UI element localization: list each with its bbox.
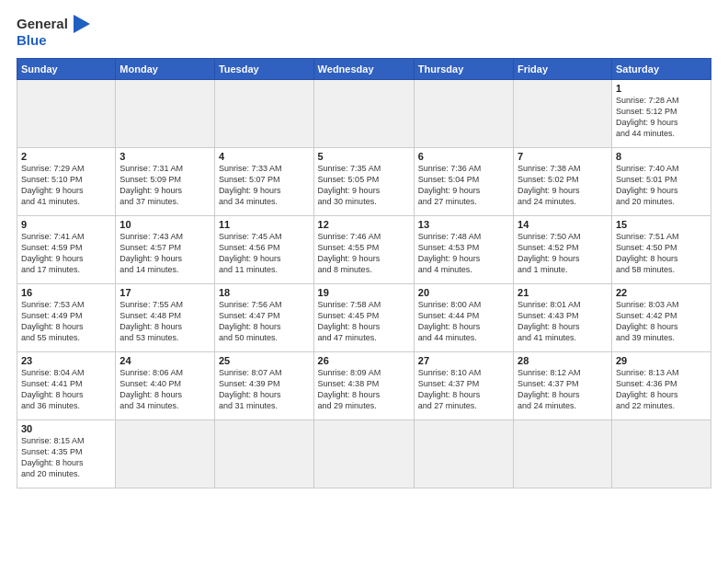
calendar-cell: 22Sunrise: 8:03 AMSunset: 4:42 PMDayligh…	[611, 283, 711, 351]
calendar-cell: 19Sunrise: 7:58 AMSunset: 4:45 PMDayligh…	[313, 283, 414, 351]
day-number: 3	[119, 151, 210, 162]
calendar-cell	[313, 419, 414, 488]
calendar-cell: 21Sunrise: 8:01 AMSunset: 4:43 PMDayligh…	[514, 283, 612, 351]
day-info: Sunrise: 8:15 AMSunset: 4:35 PMDaylight:…	[21, 435, 111, 480]
weekday-tuesday: Tuesday	[214, 58, 313, 79]
day-info: Sunrise: 8:04 AMSunset: 4:41 PMDaylight:…	[21, 367, 111, 412]
calendar-week-5: 23Sunrise: 8:04 AMSunset: 4:41 PMDayligh…	[17, 351, 711, 419]
header: General Blue	[17, 15, 711, 49]
day-info: Sunrise: 7:35 AMSunset: 5:05 PMDaylight:…	[318, 163, 410, 208]
day-number: 8	[616, 151, 707, 162]
day-number: 16	[21, 287, 111, 298]
day-info: Sunrise: 8:00 AMSunset: 4:44 PMDaylight:…	[418, 299, 509, 344]
day-info: Sunrise: 7:53 AMSunset: 4:49 PMDaylight:…	[21, 299, 111, 344]
logo-blue-text: Blue	[17, 33, 47, 49]
day-number: 15	[616, 219, 707, 230]
day-number: 2	[21, 151, 111, 162]
calendar-cell: 20Sunrise: 8:00 AMSunset: 4:44 PMDayligh…	[414, 283, 513, 351]
calendar-cell: 2Sunrise: 7:29 AMSunset: 5:10 PMDaylight…	[17, 147, 116, 215]
calendar-cell: 17Sunrise: 7:55 AMSunset: 4:48 PMDayligh…	[116, 283, 215, 351]
weekday-wednesday: Wednesday	[313, 58, 414, 79]
calendar-cell: 12Sunrise: 7:46 AMSunset: 4:55 PMDayligh…	[313, 215, 414, 283]
calendar-cell: 29Sunrise: 8:13 AMSunset: 4:36 PMDayligh…	[611, 351, 711, 419]
day-number: 27	[418, 355, 509, 366]
weekday-saturday: Saturday	[611, 58, 711, 79]
calendar-cell: 11Sunrise: 7:45 AMSunset: 4:56 PMDayligh…	[214, 215, 313, 283]
day-number: 25	[219, 355, 310, 366]
day-number: 21	[518, 287, 608, 298]
day-number: 19	[318, 287, 410, 298]
day-number: 20	[418, 287, 509, 298]
day-info: Sunrise: 7:56 AMSunset: 4:47 PMDaylight:…	[219, 299, 310, 344]
calendar-cell: 30Sunrise: 8:15 AMSunset: 4:35 PMDayligh…	[17, 419, 116, 488]
day-info: Sunrise: 8:12 AMSunset: 4:37 PMDaylight:…	[518, 367, 608, 412]
day-info: Sunrise: 7:38 AMSunset: 5:02 PMDaylight:…	[518, 163, 608, 208]
calendar-cell: 4Sunrise: 7:33 AMSunset: 5:07 PMDaylight…	[214, 147, 313, 215]
day-number: 22	[616, 287, 707, 298]
day-number: 1	[616, 83, 707, 94]
day-number: 11	[219, 219, 310, 230]
day-info: Sunrise: 7:33 AMSunset: 5:07 PMDaylight:…	[219, 163, 310, 208]
calendar-cell: 10Sunrise: 7:43 AMSunset: 4:57 PMDayligh…	[116, 215, 215, 283]
calendar-cell	[116, 79, 215, 147]
calendar-cell: 28Sunrise: 8:12 AMSunset: 4:37 PMDayligh…	[514, 351, 612, 419]
day-info: Sunrise: 8:10 AMSunset: 4:37 PMDaylight:…	[418, 367, 509, 412]
calendar-body: 1Sunrise: 7:28 AMSunset: 5:12 PMDaylight…	[17, 79, 711, 488]
calendar-cell	[414, 79, 513, 147]
day-number: 10	[119, 219, 210, 230]
calendar-cell: 7Sunrise: 7:38 AMSunset: 5:02 PMDaylight…	[514, 147, 612, 215]
calendar-cell: 8Sunrise: 7:40 AMSunset: 5:01 PMDaylight…	[611, 147, 711, 215]
calendar-cell: 3Sunrise: 7:31 AMSunset: 5:09 PMDaylight…	[116, 147, 215, 215]
calendar-cell: 25Sunrise: 8:07 AMSunset: 4:39 PMDayligh…	[214, 351, 313, 419]
day-info: Sunrise: 7:40 AMSunset: 5:01 PMDaylight:…	[616, 163, 707, 208]
logo-triangle-icon	[74, 15, 90, 33]
day-number: 5	[318, 151, 410, 162]
day-info: Sunrise: 7:55 AMSunset: 4:48 PMDaylight:…	[119, 299, 210, 344]
calendar-week-6: 30Sunrise: 8:15 AMSunset: 4:35 PMDayligh…	[17, 419, 711, 488]
calendar-cell: 18Sunrise: 7:56 AMSunset: 4:47 PMDayligh…	[214, 283, 313, 351]
day-info: Sunrise: 7:45 AMSunset: 4:56 PMDaylight:…	[219, 231, 310, 276]
calendar-cell	[17, 79, 116, 147]
calendar-cell: 14Sunrise: 7:50 AMSunset: 4:52 PMDayligh…	[514, 215, 612, 283]
weekday-sunday: Sunday	[17, 58, 116, 79]
day-number: 17	[119, 287, 210, 298]
calendar-cell	[611, 419, 711, 488]
calendar-cell: 24Sunrise: 8:06 AMSunset: 4:40 PMDayligh…	[116, 351, 215, 419]
calendar-week-2: 2Sunrise: 7:29 AMSunset: 5:10 PMDaylight…	[17, 147, 711, 215]
calendar-week-3: 9Sunrise: 7:41 AMSunset: 4:59 PMDaylight…	[17, 215, 711, 283]
day-number: 28	[518, 355, 608, 366]
day-info: Sunrise: 7:31 AMSunset: 5:09 PMDaylight:…	[119, 163, 210, 208]
day-number: 6	[418, 151, 509, 162]
logo-wordmark: General Blue	[17, 15, 90, 49]
day-number: 18	[219, 287, 310, 298]
day-info: Sunrise: 7:28 AMSunset: 5:12 PMDaylight:…	[616, 95, 707, 140]
calendar-cell: 27Sunrise: 8:10 AMSunset: 4:37 PMDayligh…	[414, 351, 513, 419]
weekday-thursday: Thursday	[414, 58, 513, 79]
day-info: Sunrise: 7:46 AMSunset: 4:55 PMDaylight:…	[318, 231, 410, 276]
day-info: Sunrise: 8:01 AMSunset: 4:43 PMDaylight:…	[518, 299, 608, 344]
day-number: 24	[119, 355, 210, 366]
calendar-cell	[514, 79, 612, 147]
calendar-cell	[313, 79, 414, 147]
day-info: Sunrise: 7:43 AMSunset: 4:57 PMDaylight:…	[119, 231, 210, 276]
calendar-cell: 16Sunrise: 7:53 AMSunset: 4:49 PMDayligh…	[17, 283, 116, 351]
day-number: 7	[518, 151, 608, 162]
calendar-table: SundayMondayTuesdayWednesdayThursdayFrid…	[17, 58, 711, 488]
calendar-cell	[514, 419, 612, 488]
day-number: 4	[219, 151, 310, 162]
day-number: 14	[518, 219, 608, 230]
day-number: 30	[21, 423, 111, 434]
day-info: Sunrise: 8:03 AMSunset: 4:42 PMDaylight:…	[616, 299, 707, 344]
logo-general-text: General	[17, 15, 90, 33]
day-info: Sunrise: 7:41 AMSunset: 4:59 PMDaylight:…	[21, 231, 111, 276]
calendar-cell: 13Sunrise: 7:48 AMSunset: 4:53 PMDayligh…	[414, 215, 513, 283]
calendar-week-1: 1Sunrise: 7:28 AMSunset: 5:12 PMDaylight…	[17, 79, 711, 147]
day-number: 9	[21, 219, 111, 230]
calendar-cell: 5Sunrise: 7:35 AMSunset: 5:05 PMDaylight…	[313, 147, 414, 215]
weekday-header-row: SundayMondayTuesdayWednesdayThursdayFrid…	[17, 58, 711, 79]
calendar-cell: 1Sunrise: 7:28 AMSunset: 5:12 PMDaylight…	[611, 79, 711, 147]
calendar-cell: 26Sunrise: 8:09 AMSunset: 4:38 PMDayligh…	[313, 351, 414, 419]
day-info: Sunrise: 7:36 AMSunset: 5:04 PMDaylight:…	[418, 163, 509, 208]
calendar-cell	[414, 419, 513, 488]
day-info: Sunrise: 8:09 AMSunset: 4:38 PMDaylight:…	[318, 367, 410, 412]
